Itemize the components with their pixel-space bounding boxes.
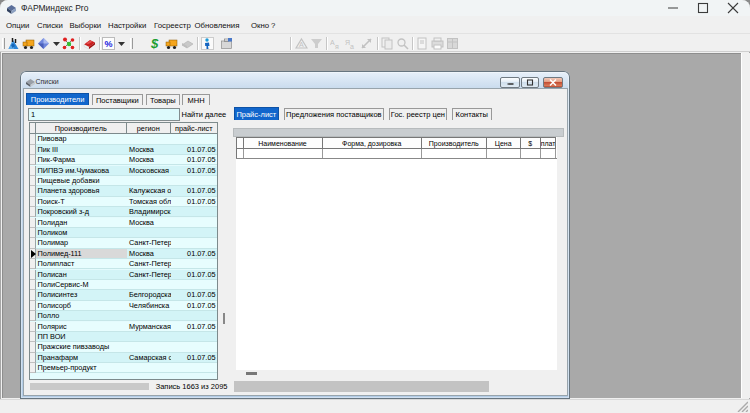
svg-text:а: а: [350, 43, 354, 50]
svg-text:я: я: [335, 43, 339, 50]
svg-text:A: A: [299, 41, 304, 48]
